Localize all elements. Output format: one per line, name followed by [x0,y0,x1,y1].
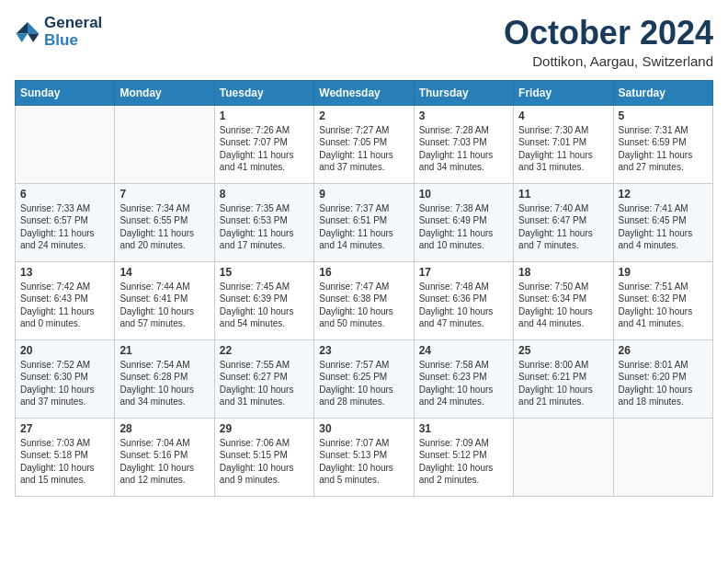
day-number: 21 [119,344,209,357]
day-info: Sunrise: 7:52 AM Sunset: 6:30 PM Dayligh… [20,359,109,408]
day-number: 15 [220,266,309,279]
day-number: 12 [619,188,708,201]
calendar-week-row: 6Sunrise: 7:33 AM Sunset: 6:57 PM Daylig… [16,183,713,261]
day-number: 16 [319,266,408,279]
title-block: October 2024 Dottikon, Aargau, Switzerla… [504,15,713,69]
day-info: Sunrise: 7:33 AM Sunset: 6:57 PM Dayligh… [20,202,109,252]
calendar-week-row: 20Sunrise: 7:52 AM Sunset: 6:30 PM Dayli… [16,339,713,418]
calendar-day-cell: 1Sunrise: 7:26 AM Sunset: 7:07 PM Daylig… [214,105,313,183]
calendar-week-row: 27Sunrise: 7:03 AM Sunset: 5:18 PM Dayli… [16,418,713,496]
day-info: Sunrise: 7:47 AM Sunset: 6:38 PM Dayligh… [319,281,408,330]
calendar-day-cell: 17Sunrise: 7:48 AM Sunset: 6:36 PM Dayli… [414,261,513,339]
day-info: Sunrise: 7:26 AM Sunset: 7:07 PM Dayligh… [220,124,309,174]
calendar-day-cell: 24Sunrise: 7:58 AM Sunset: 6:23 PM Dayli… [414,339,513,418]
day-info: Sunrise: 7:40 AM Sunset: 6:47 PM Dayligh… [518,202,608,252]
calendar-day-cell: 26Sunrise: 8:01 AM Sunset: 6:20 PM Dayli… [613,339,712,418]
day-info: Sunrise: 7:44 AM Sunset: 6:41 PM Dayligh… [119,281,209,330]
day-info: Sunrise: 7:31 AM Sunset: 6:59 PM Dayligh… [619,124,708,174]
day-info: Sunrise: 7:58 AM Sunset: 6:23 PM Dayligh… [419,359,508,408]
logo: General Blue [15,15,102,49]
day-info: Sunrise: 7:50 AM Sunset: 6:34 PM Dayligh… [518,281,608,330]
day-info: Sunrise: 7:04 AM Sunset: 5:16 PM Dayligh… [119,437,209,487]
calendar-day-cell [613,418,712,496]
location-subtitle: Dottikon, Aargau, Switzerland [504,53,713,69]
day-info: Sunrise: 7:30 AM Sunset: 7:01 PM Dayligh… [518,124,608,174]
calendar-day-cell: 8Sunrise: 7:35 AM Sunset: 6:53 PM Daylig… [214,183,313,261]
day-info: Sunrise: 7:06 AM Sunset: 5:15 PM Dayligh… [220,437,309,487]
day-info: Sunrise: 7:51 AM Sunset: 6:32 PM Dayligh… [619,281,708,330]
calendar-day-cell: 6Sunrise: 7:33 AM Sunset: 6:57 PM Daylig… [16,183,115,261]
day-info: Sunrise: 8:01 AM Sunset: 6:20 PM Dayligh… [619,359,708,408]
logo-text-blue: Blue [44,32,102,50]
day-number: 18 [518,266,608,279]
day-number: 28 [119,422,209,435]
day-number: 10 [419,188,508,201]
calendar-day-cell: 5Sunrise: 7:31 AM Sunset: 6:59 PM Daylig… [613,105,712,183]
calendar-week-row: 13Sunrise: 7:42 AM Sunset: 6:43 PM Dayli… [16,261,713,339]
logo-text-general: General [44,15,102,32]
day-info: Sunrise: 7:38 AM Sunset: 6:49 PM Dayligh… [419,202,508,252]
svg-marker-3 [17,33,28,41]
calendar-day-cell [514,418,613,496]
calendar-day-cell: 11Sunrise: 7:40 AM Sunset: 6:47 PM Dayli… [514,183,613,261]
day-info: Sunrise: 7:03 AM Sunset: 5:18 PM Dayligh… [20,437,109,487]
calendar-week-row: 1Sunrise: 7:26 AM Sunset: 7:07 PM Daylig… [16,105,713,183]
weekday-header: Tuesday [214,80,313,105]
day-number: 3 [419,109,508,122]
day-number: 14 [119,266,209,279]
day-number: 4 [518,109,608,122]
calendar-day-cell: 7Sunrise: 7:34 AM Sunset: 6:55 PM Daylig… [115,183,214,261]
day-number: 22 [220,344,309,357]
day-info: Sunrise: 7:07 AM Sunset: 5:13 PM Dayligh… [319,437,408,487]
day-info: Sunrise: 7:57 AM Sunset: 6:25 PM Dayligh… [319,359,408,408]
page-header: General Blue October 2024 Dottikon, Aarg… [15,15,713,69]
calendar-day-cell: 27Sunrise: 7:03 AM Sunset: 5:18 PM Dayli… [16,418,115,496]
calendar-day-cell: 9Sunrise: 7:37 AM Sunset: 6:51 PM Daylig… [314,183,414,261]
calendar-day-cell: 23Sunrise: 7:57 AM Sunset: 6:25 PM Dayli… [314,339,414,418]
day-number: 29 [220,422,309,435]
weekday-header: Monday [115,80,214,105]
calendar-day-cell: 14Sunrise: 7:44 AM Sunset: 6:41 PM Dayli… [115,261,214,339]
svg-marker-0 [28,22,39,33]
day-info: Sunrise: 7:54 AM Sunset: 6:28 PM Dayligh… [119,359,209,408]
day-number: 13 [20,266,109,279]
day-info: Sunrise: 7:27 AM Sunset: 7:05 PM Dayligh… [319,124,408,174]
day-number: 31 [419,422,508,435]
day-number: 6 [20,188,109,201]
day-info: Sunrise: 7:09 AM Sunset: 5:12 PM Dayligh… [419,437,508,487]
calendar-day-cell: 12Sunrise: 7:41 AM Sunset: 6:45 PM Dayli… [613,183,712,261]
calendar-day-cell: 25Sunrise: 8:00 AM Sunset: 6:21 PM Dayli… [514,339,613,418]
day-number: 20 [20,344,109,357]
day-number: 9 [319,188,408,201]
calendar-day-cell: 31Sunrise: 7:09 AM Sunset: 5:12 PM Dayli… [414,418,513,496]
day-number: 5 [619,109,708,122]
calendar-day-cell: 19Sunrise: 7:51 AM Sunset: 6:32 PM Dayli… [613,261,712,339]
calendar-table: SundayMondayTuesdayWednesdayThursdayFrid… [15,80,713,497]
day-number: 24 [419,344,508,357]
weekday-header: Saturday [613,80,712,105]
day-number: 19 [619,266,708,279]
calendar-day-cell: 20Sunrise: 7:52 AM Sunset: 6:30 PM Dayli… [16,339,115,418]
day-info: Sunrise: 7:45 AM Sunset: 6:39 PM Dayligh… [220,281,309,330]
day-number: 1 [220,109,309,122]
day-info: Sunrise: 8:00 AM Sunset: 6:21 PM Dayligh… [518,359,608,408]
calendar-header-row: SundayMondayTuesdayWednesdayThursdayFrid… [16,80,713,105]
calendar-day-cell: 28Sunrise: 7:04 AM Sunset: 5:16 PM Dayli… [115,418,214,496]
day-number: 23 [319,344,408,357]
calendar-day-cell: 16Sunrise: 7:47 AM Sunset: 6:38 PM Dayli… [314,261,414,339]
calendar-day-cell: 21Sunrise: 7:54 AM Sunset: 6:28 PM Dayli… [115,339,214,418]
weekday-header: Sunday [16,80,115,105]
day-info: Sunrise: 7:42 AM Sunset: 6:43 PM Dayligh… [20,281,109,330]
day-number: 17 [419,266,508,279]
calendar-day-cell: 13Sunrise: 7:42 AM Sunset: 6:43 PM Dayli… [16,261,115,339]
calendar-day-cell: 2Sunrise: 7:27 AM Sunset: 7:05 PM Daylig… [314,105,414,183]
day-info: Sunrise: 7:34 AM Sunset: 6:55 PM Dayligh… [119,202,209,252]
day-info: Sunrise: 7:37 AM Sunset: 6:51 PM Dayligh… [319,202,408,252]
day-number: 2 [319,109,408,122]
calendar-day-cell: 29Sunrise: 7:06 AM Sunset: 5:15 PM Dayli… [214,418,313,496]
calendar-day-cell: 10Sunrise: 7:38 AM Sunset: 6:49 PM Dayli… [414,183,513,261]
day-number: 25 [518,344,608,357]
calendar-day-cell: 30Sunrise: 7:07 AM Sunset: 5:13 PM Dayli… [314,418,414,496]
day-info: Sunrise: 7:41 AM Sunset: 6:45 PM Dayligh… [619,202,708,252]
calendar-day-cell [115,105,214,183]
